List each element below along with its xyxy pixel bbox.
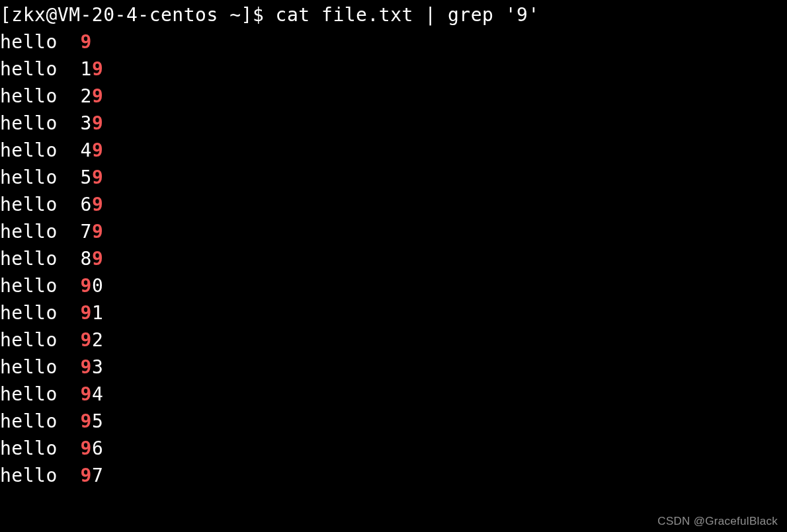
- prompt-open-bracket: [: [0, 4, 11, 26]
- output-suffix: 1: [92, 302, 103, 324]
- prompt-command: cat file.txt | grep '9': [276, 4, 540, 26]
- output-gap: [58, 410, 81, 432]
- output-gap: [58, 139, 81, 161]
- output-line: hello 89: [0, 245, 787, 272]
- output-line: hello 39: [0, 110, 787, 137]
- output-line: hello 79: [0, 218, 787, 245]
- output-suffix: 6: [92, 437, 103, 459]
- prompt-cwd: ~: [229, 4, 241, 26]
- output-line: hello 97: [0, 462, 787, 489]
- output-gap: [58, 58, 81, 80]
- output-prefix: 6: [81, 194, 92, 215]
- watermark: CSDN @GracefulBlack: [657, 515, 778, 528]
- output-prefix: 2: [81, 85, 92, 107]
- output-suffix: 7: [92, 465, 103, 486]
- output-line: hello 90: [0, 272, 787, 299]
- grep-match: 9: [92, 112, 103, 134]
- output-word: hello: [0, 248, 58, 270]
- output-gap: [58, 167, 81, 188]
- output-word: hello: [0, 275, 58, 297]
- output-line: hello 92: [0, 326, 787, 354]
- output-word: hello: [0, 112, 58, 134]
- output-word: hello: [0, 139, 58, 161]
- output-gap: [58, 465, 81, 486]
- output-gap: [58, 194, 81, 215]
- output-line: hello 19: [0, 56, 787, 83]
- output-gap: [58, 437, 81, 459]
- grep-match: 9: [92, 194, 103, 215]
- output-gap: [58, 383, 81, 405]
- output-gap: [58, 275, 81, 297]
- grep-match: 9: [81, 329, 92, 351]
- grep-match: 9: [81, 410, 92, 432]
- output-word: hello: [0, 437, 58, 459]
- output-prefix: 5: [81, 167, 92, 188]
- terminal[interactable]: [zkx@VM-20-4-centos ~]$ cat file.txt | g…: [0, 0, 787, 532]
- grep-match: 9: [81, 302, 92, 324]
- grep-match: 9: [92, 58, 103, 80]
- terminal-output: hello 9hello 19hello 29hello 39hello 49h…: [0, 28, 787, 489]
- output-gap: [58, 356, 81, 378]
- output-prefix: 3: [81, 112, 92, 134]
- output-line: hello 49: [0, 137, 787, 164]
- prompt-at: @: [46, 4, 57, 26]
- output-suffix: 4: [92, 383, 103, 405]
- output-word: hello: [0, 221, 58, 243]
- output-word: hello: [0, 410, 58, 432]
- output-prefix: 1: [81, 58, 92, 80]
- output-line: hello 59: [0, 164, 787, 191]
- output-gap: [58, 248, 81, 270]
- output-gap: [58, 112, 81, 134]
- output-line: hello 94: [0, 381, 787, 408]
- prompt-host: VM-20-4-centos: [58, 4, 218, 26]
- grep-match: 9: [81, 437, 92, 459]
- grep-match: 9: [92, 167, 103, 188]
- prompt-command-space: [264, 4, 275, 26]
- output-line: hello 93: [0, 354, 787, 381]
- output-gap: [58, 302, 81, 324]
- grep-match: 9: [81, 383, 92, 405]
- grep-match: 9: [92, 139, 103, 161]
- grep-match: 9: [81, 465, 92, 486]
- output-word: hello: [0, 194, 58, 215]
- output-word: hello: [0, 383, 58, 405]
- output-suffix: 2: [92, 329, 103, 351]
- output-gap: [58, 31, 81, 53]
- output-word: hello: [0, 329, 58, 351]
- prompt-space: [218, 4, 229, 26]
- prompt-line[interactable]: [zkx@VM-20-4-centos ~]$ cat file.txt | g…: [0, 1, 787, 28]
- output-prefix: 4: [81, 139, 92, 161]
- output-suffix: 5: [92, 410, 103, 432]
- output-prefix: 7: [81, 221, 92, 243]
- prompt-symbol: $: [253, 4, 264, 26]
- output-line: hello 69: [0, 191, 787, 218]
- output-line: hello 91: [0, 299, 787, 326]
- output-line: hello 95: [0, 408, 787, 435]
- prompt-user: zkx: [11, 4, 46, 26]
- output-gap: [58, 221, 81, 243]
- output-suffix: 0: [92, 275, 103, 297]
- output-line: hello 9: [0, 28, 787, 56]
- output-word: hello: [0, 302, 58, 324]
- output-gap: [58, 329, 81, 351]
- grep-match: 9: [92, 85, 103, 107]
- output-prefix: 8: [81, 248, 92, 270]
- output-word: hello: [0, 167, 58, 188]
- output-line: hello 29: [0, 83, 787, 110]
- output-line: hello 96: [0, 435, 787, 462]
- output-suffix: 3: [92, 356, 103, 378]
- prompt-close-bracket: ]: [241, 4, 253, 26]
- grep-match: 9: [81, 275, 92, 297]
- grep-match: 9: [81, 356, 92, 378]
- output-word: hello: [0, 31, 58, 53]
- grep-match: 9: [92, 248, 103, 270]
- grep-match: 9: [92, 221, 103, 243]
- output-gap: [58, 85, 81, 107]
- output-word: hello: [0, 58, 58, 80]
- output-word: hello: [0, 85, 58, 107]
- grep-match: 9: [81, 31, 92, 53]
- output-word: hello: [0, 465, 58, 486]
- output-word: hello: [0, 356, 58, 378]
